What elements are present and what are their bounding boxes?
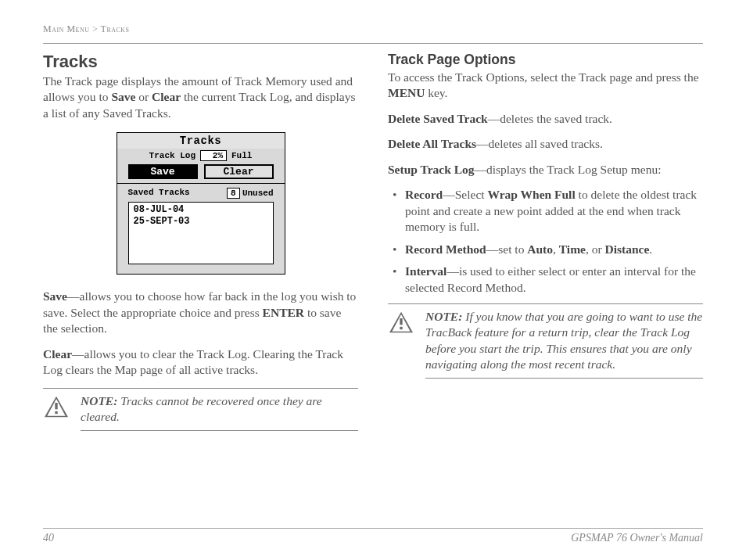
divider-top	[43, 43, 703, 44]
saved-tracks-row: Saved Tracks 8 Unused	[117, 184, 285, 199]
manual-title: GPSMAP 76 Owner's Manual	[571, 532, 703, 544]
breadcrumb-sep: >	[92, 23, 101, 34]
device-screenshot: Tracks Track Log 2% Full Save Clear Save…	[43, 132, 358, 275]
list-item[interactable]: 25-SEPT-03	[134, 216, 268, 228]
note-right: NOTE: If you know that you are going to …	[388, 303, 703, 379]
menu-key: MENU	[388, 86, 425, 99]
note-left: NOTE: Tracks cannot be recovered once th…	[43, 388, 358, 431]
saved-tracks-list[interactable]: 08-JUL-04 25-SEPT-03	[128, 202, 274, 264]
tracklog-label: Track Log	[149, 151, 195, 160]
clear-word: Clear	[152, 90, 181, 103]
options-intro: To access the Track Options, select the …	[388, 70, 703, 102]
opt-delete-all: Delete All Tracks—deletes all saved trac…	[388, 136, 703, 152]
unused-label: Unused	[242, 188, 274, 198]
tracklog-full: Full	[231, 151, 252, 160]
unused-count: 8	[227, 188, 240, 199]
options-heading: Track Page Options	[388, 52, 703, 68]
save-word: Save	[111, 90, 135, 103]
device-clear-button[interactable]: Clear	[204, 164, 274, 179]
svg-rect-3	[55, 411, 57, 413]
list-item[interactable]: 08-JUL-04	[134, 204, 268, 216]
right-column: Track Page Options To access the Track O…	[388, 52, 703, 431]
bullet-record-method: Record Method—set to Auto, Time, or Dist…	[405, 242, 703, 257]
page-number: 40	[43, 532, 54, 544]
warning-icon	[388, 311, 414, 334]
breadcrumb-main: Main Menu	[43, 23, 90, 34]
intro-paragraph: The Track page displays the amount of Tr…	[43, 74, 358, 121]
bullet-record: Record—Select Wrap When Full to delete t…	[405, 187, 703, 235]
note-right-text: NOTE: If you know that you are going to …	[425, 309, 703, 379]
left-column: Tracks The Track page displays the amoun…	[43, 52, 358, 431]
save-label: Save	[43, 289, 67, 303]
opt-delete-saved: Delete Saved Track—deletes the saved tra…	[388, 111, 703, 127]
tracklog-row: Track Log 2% Full	[117, 149, 285, 163]
page-footer: 40 GPSMAP 76 Owner's Manual	[43, 528, 703, 544]
setup-bullets: Record—Select Wrap When Full to delete t…	[388, 187, 703, 296]
device-save-button[interactable]: Save	[128, 164, 198, 179]
warning-icon	[43, 395, 70, 418]
opt-setup-tracklog: Setup Track Log—displays the Track Log S…	[388, 162, 703, 178]
svg-rect-2	[55, 403, 57, 409]
bullet-interval: Interval—is used to either select or ent…	[405, 264, 703, 296]
clear-label: Clear	[43, 347, 72, 361]
breadcrumb: Main Menu > Tracks	[43, 23, 703, 35]
svg-rect-6	[400, 318, 402, 325]
device-title: Tracks	[117, 133, 285, 149]
save-paragraph: Save—allows you to choose how far back i…	[43, 289, 358, 336]
tracklog-percent: 2%	[200, 150, 227, 161]
page-title: Tracks	[43, 52, 358, 72]
svg-rect-7	[400, 327, 402, 329]
breadcrumb-sub: Tracks	[101, 23, 130, 34]
enter-key: ENTER	[263, 306, 304, 319]
note-left-text: NOTE: Tracks cannot be recovered once th…	[81, 393, 358, 431]
clear-paragraph: Clear—allows you to clear the Track Log.…	[43, 346, 358, 379]
saved-tracks-label: Saved Tracks	[128, 188, 190, 197]
